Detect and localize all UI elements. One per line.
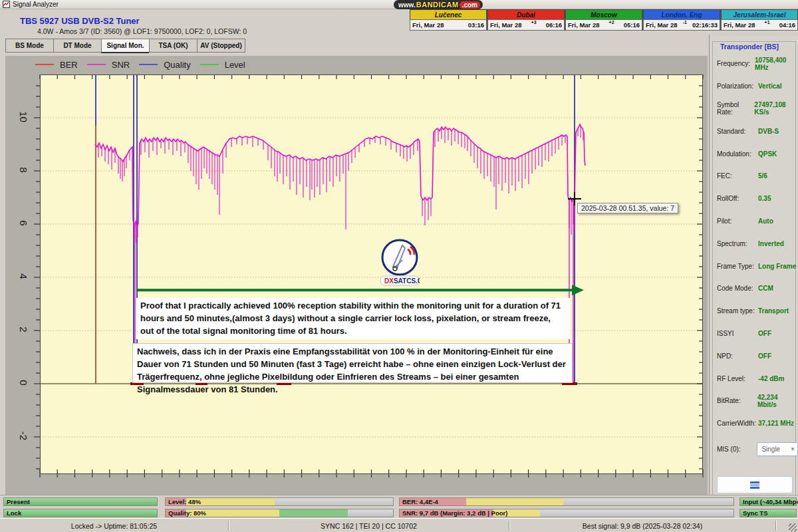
clock-offset: -1	[678, 20, 692, 25]
chart-tooltip: 2025-03-28 00.51.35, value: 7	[577, 203, 678, 213]
transponder-row-issyi: ISSYIOFF	[710, 323, 798, 345]
field-value: 0.35	[758, 195, 771, 202]
annotation-english: Proof that I practically achieved 100% r…	[136, 298, 570, 339]
field-label: Frequency:	[710, 60, 755, 67]
transponder-row-pilot: Pilot:Auto	[710, 210, 798, 233]
field-value: OFF	[758, 330, 771, 337]
clock-city: Dubai	[487, 9, 565, 19]
bar-label: Present	[7, 498, 30, 506]
tuner-title: TBS 5927 USB DVB-S2 Tuner	[20, 16, 140, 26]
bar-snr-9-7-db-margin-3-2-db-poor: SNR: 9,7 dB (Margin: 3,2 dB | Poor)	[399, 509, 734, 517]
clock-city: Moscow	[565, 9, 642, 19]
svg-text:DXSATCS.COM: DXSATCS.COM	[384, 277, 420, 285]
field-label: FEC:	[710, 172, 758, 180]
field-label: RF Level:	[710, 375, 758, 382]
bar-lock: Lock	[3, 509, 158, 517]
legend-item-level: Level	[200, 60, 245, 70]
clock-time: 03:16	[468, 21, 484, 29]
clock-time: 05:16	[624, 21, 640, 29]
window-title: Signal Analyzer	[13, 1, 59, 8]
bar-ber-4-4e-4: BER: 4,4E-4	[399, 497, 734, 506]
field-label: Symbol Rate:	[710, 101, 754, 116]
field-label: Stream type:	[710, 307, 758, 315]
field-label: Code Mode:	[710, 285, 758, 292]
chart-plot-area[interactable]	[40, 74, 703, 474]
dxsatcs-logo: DXSATCS.COM	[380, 237, 420, 288]
transponder-row-frame-type: Frame Type:Long Frame	[710, 255, 798, 277]
y-axis-label: 8	[18, 162, 29, 179]
clock-3: MoscowFri, Mar 28+205:16	[565, 9, 643, 31]
clock-time: 04:16	[779, 21, 795, 29]
signal-monitor-chart: BERSNRQualityLevel 1086420-2 Proof that …	[5, 56, 708, 495]
field-value: Vertical	[758, 82, 782, 90]
bar-quality-80: Quality: 80%	[165, 509, 394, 517]
clock-1: LučenecFri, Mar 2803:16	[410, 9, 487, 31]
field-value: Auto	[758, 217, 773, 225]
bar-label: SNR: 9,7 dB (Margin: 3,2 dB | Poor)	[402, 509, 507, 517]
mis-value: Single	[761, 446, 780, 453]
bar-label: Quality: 80%	[168, 509, 206, 517]
bar-label: Sync TS	[743, 509, 768, 517]
clock-offset: +1	[755, 20, 779, 25]
field-label: RollOff:	[710, 195, 758, 202]
transponder-row-modulation: Modulation:QPSK	[710, 142, 798, 165]
clock-city: London, Eng	[643, 9, 720, 19]
list-icon	[749, 481, 760, 489]
clock-city: Jerusalem-Israel	[721, 9, 798, 19]
status-best-signal: Best signal: 9,9 dB (2025-03-28 02:34)	[509, 521, 776, 531]
legend-item-snr: SNR	[87, 60, 130, 70]
legend-item-quality: Quality	[139, 60, 190, 70]
status-sync: SYNC 162 | TEI 20 | CC 10702	[229, 521, 509, 531]
transponder-row-polarization: Polarization:Vertical	[710, 75, 798, 98]
bar-label: BER: 4,4E-4	[402, 498, 438, 506]
tab-signal-mon[interactable]: Signal Mon.	[101, 39, 149, 53]
indicator-row-2: LockQuality: 80%SNR: 9,7 dB (Margin: 3,2…	[0, 509, 797, 517]
chevron-down-icon: ▼	[790, 446, 795, 452]
app-icon	[3, 1, 10, 8]
resize-grip[interactable]	[789, 523, 797, 531]
field-value: CCM	[758, 285, 773, 292]
tab-bs-mode[interactable]: BS Mode	[5, 39, 53, 53]
transponder-row-standard: Standard:DVB-S	[710, 120, 798, 142]
field-label: Standard:	[710, 128, 758, 135]
legend-swatch	[139, 64, 158, 65]
clock-5: Jerusalem-IsraelFri, Mar 28+104:16	[721, 9, 798, 31]
field-value: DVB-S	[758, 128, 779, 135]
tab-dt-mode[interactable]: DT Mode	[53, 39, 101, 53]
clock-4: London, EngFri, Mar 28-102:16:33	[643, 9, 721, 31]
clock-city: Lučenec	[410, 9, 487, 19]
y-axis-label: -2	[18, 428, 29, 445]
field-value: 10758,400 MHz	[755, 57, 798, 71]
legend-swatch	[87, 64, 106, 65]
field-value: 27497,108 KS/s	[754, 101, 798, 116]
field-label: CarrierWidth:	[710, 420, 758, 427]
legend-label: SNR	[112, 60, 130, 70]
bar-label: Input (~40,34 Mbps)	[743, 498, 798, 506]
clock-offset: +2	[600, 20, 624, 25]
field-value: -42 dBm	[758, 375, 784, 382]
transponder-row-carrierwidth: CarrierWidth:37,121 MHz	[710, 412, 798, 435]
transponder-row-symbol-rate: Symbol Rate:27497,108 KS/s	[710, 98, 798, 120]
tab-av-stopped[interactable]: AV (Stopped)	[197, 39, 245, 53]
legend-swatch	[35, 64, 54, 65]
mis-dropdown[interactable]: Single ▼	[757, 442, 798, 456]
transponder-row-code-mode: Code Mode:CCM	[710, 277, 798, 300]
field-label: ISSYI	[710, 330, 758, 337]
field-label: Spectrum:	[710, 240, 758, 247]
transponder-row-stream-type: Stream type:Transport	[710, 300, 798, 323]
crosshair-cursor	[568, 192, 581, 205]
legend-label: Quality	[164, 60, 190, 70]
transponder-row-frequency: Frequency:10758,400 MHz	[710, 53, 798, 75]
world-clocks: LučenecFri, Mar 2803:16DubaiFri, Mar 28+…	[410, 9, 798, 31]
transponder-row-rf-level: RF Level:-42 dBm	[710, 367, 798, 390]
indicator-bars: PresentLevel: 48%BER: 4,4E-4Input (~40,3…	[0, 495, 798, 519]
transponder-row-rolloff: RollOff:0.35	[710, 188, 798, 210]
field-label: BitRate:	[710, 397, 757, 404]
clock-date: Fri, Mar 28	[646, 21, 678, 29]
y-axis-label: 4	[18, 268, 29, 285]
mode-tabs: BS ModeDT ModeSignal Mon.TSA (OK)AV (Sto…	[5, 39, 245, 53]
y-axis-label: 6	[18, 215, 29, 232]
panel-list-button[interactable]	[717, 476, 793, 493]
tab-tsa-ok[interactable]: TSA (OK)	[149, 39, 197, 53]
bar-input-40-34-mbps: Input (~40,34 Mbps)	[739, 497, 797, 506]
